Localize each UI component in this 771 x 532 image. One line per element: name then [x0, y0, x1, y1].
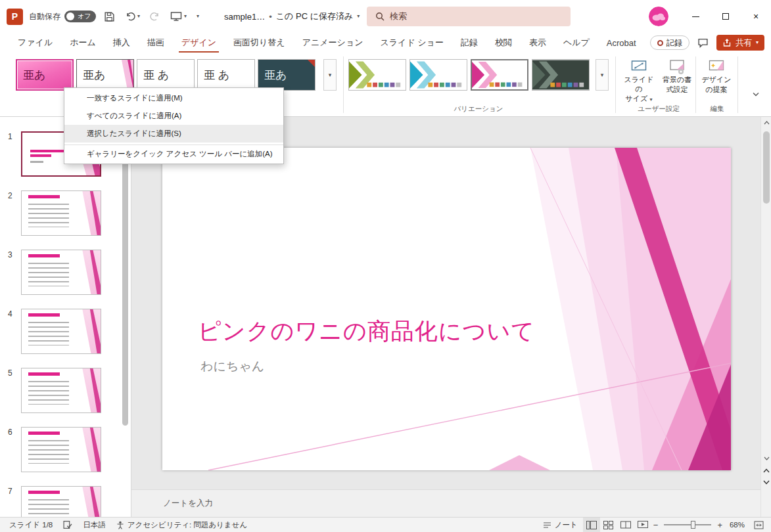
zoom-slider-thumb[interactable]: [691, 521, 695, 529]
scrollbar-thumb[interactable]: [122, 125, 128, 426]
ribbon-tab[interactable]: 記録: [452, 33, 486, 53]
design-ideas-icon: [708, 58, 725, 75]
slide-thumbnail[interactable]: [21, 309, 101, 354]
ribbon-tab[interactable]: 表示: [521, 33, 555, 53]
variant-thumbnail[interactable]: [471, 59, 528, 91]
canvas-scrollbar[interactable]: [760, 117, 771, 517]
statusbar-right: ノート − + 68%: [538, 518, 767, 532]
ribbon-tab[interactable]: 挿入: [105, 33, 139, 53]
proofing-status[interactable]: [58, 518, 78, 532]
accessibility-status[interactable]: アクセシビリティ: 問題ありません: [111, 518, 252, 532]
slide-thumbnail[interactable]: [21, 486, 101, 517]
minimize-button[interactable]: [680, 0, 711, 33]
zoom-in-button[interactable]: +: [715, 520, 724, 530]
scroll-up-button[interactable]: [761, 117, 771, 129]
zoom-slider[interactable]: [664, 524, 711, 525]
theme-thumbnail[interactable]: 亜 あ: [197, 59, 255, 91]
slide-canvas[interactable]: ピンクのワニの商品化について わにちゃん: [131, 117, 760, 489]
ribbon-tab[interactable]: ヘルプ: [555, 33, 598, 53]
qat-customize-button[interactable]: ▾: [195, 12, 201, 21]
redo-button[interactable]: [148, 9, 162, 24]
slide-subtitle-text[interactable]: わにちゃん: [200, 358, 264, 375]
ribbon-tab[interactable]: デザイン: [173, 33, 225, 53]
thumbnail-title-bar: [28, 491, 60, 494]
slide-editor[interactable]: ピンクのワニの商品化について わにちゃん: [162, 148, 731, 470]
context-menu-item[interactable]: 選択したスライドに適用(S): [64, 125, 283, 143]
previous-slide-button[interactable]: [761, 464, 771, 476]
fit-to-window-button[interactable]: [750, 518, 767, 532]
ribbon-tab-label: 記録: [461, 37, 478, 49]
close-button[interactable]: ×: [741, 0, 771, 33]
document-title[interactable]: sample1… • この PC に保存済み ▾: [224, 11, 360, 22]
autosave-label: 自動保存: [29, 11, 60, 22]
slide-thumbnail-row[interactable]: 6: [8, 427, 131, 472]
undo-button[interactable]: ▾: [123, 9, 142, 24]
variant-thumbnail[interactable]: [348, 59, 406, 91]
theme-thumbnail[interactable]: 亜あ: [258, 59, 315, 91]
thumbnail-scrollbar[interactable]: [122, 118, 129, 512]
slide-number: 5: [8, 368, 16, 413]
next-slide-button[interactable]: [761, 476, 771, 488]
format-background-button[interactable]: 背景の書 式設定: [659, 58, 695, 95]
slide-thumbnail[interactable]: [21, 190, 101, 236]
record-button[interactable]: 記録: [650, 35, 689, 50]
theme-thumbnail[interactable]: 亜あ: [16, 59, 74, 91]
themes-more-button[interactable]: ▾: [323, 59, 337, 91]
zoom-level[interactable]: 68%: [724, 518, 750, 532]
present-to-display-button[interactable]: ▾: [168, 9, 189, 24]
save-button[interactable]: [102, 9, 117, 24]
notes-pane[interactable]: ノートを入力: [131, 489, 760, 517]
maximize-button[interactable]: [711, 0, 741, 33]
ribbon-tab[interactable]: ホーム: [61, 33, 105, 53]
ribbon-tab[interactable]: 描画: [139, 33, 173, 53]
share-button[interactable]: 共有 ▾: [716, 35, 764, 51]
reading-view-button[interactable]: [617, 518, 634, 532]
autosave-control[interactable]: 自動保存 オフ: [29, 11, 96, 22]
zoom-out-button[interactable]: −: [651, 520, 661, 530]
slide-thumbnail-row[interactable]: 2: [8, 190, 131, 236]
variant-thumbnail[interactable]: [409, 59, 467, 91]
autosave-toggle[interactable]: オフ: [64, 11, 96, 22]
slide-thumbnail-row[interactable]: 7: [8, 486, 131, 517]
collapse-ribbon-button[interactable]: [749, 89, 762, 100]
scrollbar-thumb[interactable]: [763, 131, 770, 204]
scroll-down-button[interactable]: [761, 453, 771, 464]
context-menu-item[interactable]: ギャラリーをクイック アクセス ツール バーに追加(A): [64, 144, 283, 162]
normal-view-button[interactable]: [583, 518, 600, 532]
variant-preview: [410, 60, 467, 90]
language-status[interactable]: 日本語: [78, 518, 111, 532]
variant-thumbnail[interactable]: [532, 59, 590, 91]
slide-thumbnail[interactable]: [21, 368, 101, 413]
ribbon-tab[interactable]: ファイル: [9, 33, 61, 53]
slide-thumbnail-row[interactable]: 3: [8, 250, 131, 295]
search-input[interactable]: 検索: [367, 7, 571, 26]
ribbon-tab[interactable]: Acrobat: [598, 33, 645, 53]
slide-sorter-view-button[interactable]: [600, 518, 617, 532]
design-ideas-button[interactable]: デザイン の提案: [698, 58, 735, 95]
slideshow-button[interactable]: [634, 518, 651, 532]
ribbon-tab[interactable]: アニメーション: [294, 33, 372, 53]
slide-thumbnail-row[interactable]: 5: [8, 368, 131, 413]
chevron-down-icon: ▾: [197, 14, 199, 19]
minimize-icon: [692, 16, 699, 17]
slide-thumbnail-row[interactable]: 4: [8, 309, 131, 354]
theme-thumbnail[interactable]: 亜 あ: [137, 59, 195, 91]
slide-thumbnail[interactable]: [21, 427, 101, 472]
slide-thumbnail[interactable]: [21, 250, 101, 295]
slide-indicator[interactable]: スライド 1/8: [4, 518, 58, 532]
theme-thumbnail[interactable]: 亜あ: [76, 59, 134, 91]
slide-size-button[interactable]: スライドの サイズ▾: [620, 58, 657, 103]
thumbnail-title-bar: [28, 254, 60, 257]
ribbon-tab[interactable]: スライド ショー: [371, 33, 452, 53]
context-menu-item[interactable]: すべてのスライドに適用(A): [64, 107, 283, 125]
powerpoint-icon[interactable]: P: [7, 9, 23, 25]
ribbon-tab[interactable]: 校閲: [486, 33, 521, 53]
notes-toggle-label: ノート: [555, 520, 578, 530]
context-menu-item[interactable]: 一致するスライドに適用(M): [64, 89, 283, 107]
variants-more-button[interactable]: ▾: [596, 59, 609, 91]
comments-button[interactable]: [696, 36, 710, 50]
slide-title-text[interactable]: ピンクのワニの商品化について: [198, 316, 535, 347]
notes-toggle-button[interactable]: ノート: [538, 518, 583, 532]
avatar[interactable]: [649, 7, 668, 26]
ribbon-tab[interactable]: 画面切り替え: [225, 33, 294, 53]
